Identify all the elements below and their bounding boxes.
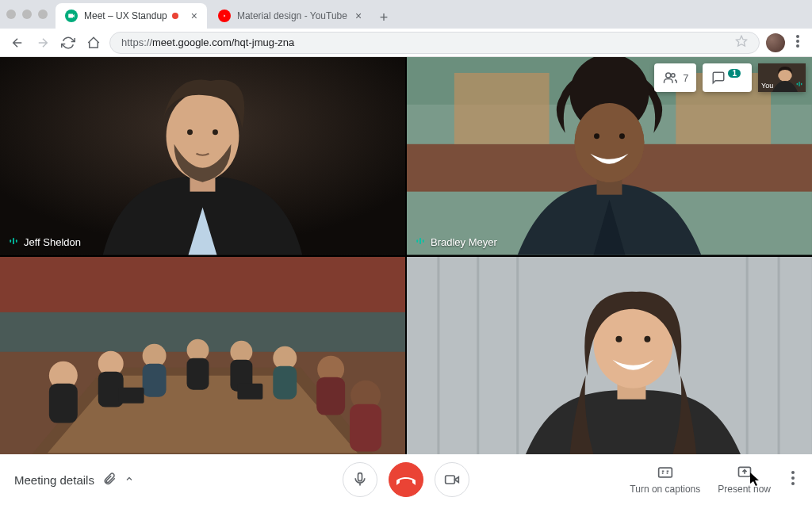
svg-point-7 — [167, 92, 239, 181]
self-label: You — [761, 82, 773, 90]
meet-favicon-icon — [65, 10, 78, 22]
chat-button[interactable]: 1 — [703, 63, 752, 92]
participant-video — [407, 257, 812, 455]
new-tab-button[interactable]: + — [373, 6, 395, 29]
speaking-indicator-icon — [415, 235, 426, 249]
speaking-indicator-icon — [8, 235, 19, 249]
svg-point-21 — [575, 103, 645, 182]
chat-icon — [710, 71, 726, 85]
camera-icon — [444, 472, 460, 488]
captions-button[interactable]: Turn on captions — [630, 465, 700, 495]
svg-rect-25 — [419, 237, 421, 243]
chevron-up-icon — [124, 473, 134, 486]
toggle-camera-button[interactable] — [435, 462, 469, 497]
nav-back-button[interactable] — [8, 33, 27, 52]
svg-rect-70 — [658, 468, 672, 477]
svg-rect-48 — [119, 387, 144, 403]
mouse-cursor-icon — [750, 472, 761, 489]
people-icon — [662, 71, 678, 85]
url-text: meet.google.com/hqt-jmug-zna — [152, 36, 294, 48]
tab-meet[interactable]: Meet – UX Standup × — [56, 3, 207, 29]
participant-video — [0, 257, 405, 455]
recording-indicator-icon — [172, 13, 178, 19]
participant-tile[interactable] — [407, 257, 812, 455]
svg-rect-10 — [10, 239, 11, 243]
self-speaking-icon — [795, 80, 803, 90]
svg-rect-24 — [416, 239, 418, 243]
tab-title: Meet – UX Standup — [84, 10, 167, 21]
svg-point-38 — [187, 339, 209, 361]
participant-tile[interactable]: Jeff Sheldon — [0, 57, 405, 255]
browser-toolbar: https://meet.google.com/hqt-jmug-zna — [0, 29, 812, 57]
participant-name-label: Bradley Meyer — [415, 235, 497, 249]
tab-youtube[interactable]: Material design - YouTube × — [209, 3, 371, 29]
traffic-minimize[interactable] — [22, 10, 32, 19]
svg-rect-33 — [49, 383, 78, 423]
bottom-right-actions: Turn on captions Present now — [630, 465, 798, 495]
chat-unread-badge: 1 — [728, 69, 741, 78]
svg-point-3 — [796, 44, 799, 48]
captions-icon — [657, 465, 674, 480]
svg-rect-47 — [350, 404, 381, 451]
svg-point-60 — [666, 73, 671, 78]
svg-point-9 — [213, 129, 218, 135]
participant-video — [0, 57, 405, 255]
participant-tile[interactable] — [0, 257, 405, 455]
meeting-details-button[interactable]: Meeting details — [14, 472, 134, 488]
svg-rect-39 — [187, 358, 209, 389]
svg-point-22 — [594, 133, 599, 139]
attachment-icon — [102, 472, 117, 488]
bookmark-star-icon[interactable] — [735, 35, 748, 50]
svg-rect-67 — [358, 473, 362, 481]
participants-count: 7 — [683, 72, 688, 84]
browser-tab-strip: Meet – UX Standup × Material design - Yo… — [0, 0, 812, 29]
top-right-controls: 7 1 You — [654, 63, 806, 92]
bottom-bar: Meeting details Turn on captions Present… — [0, 454, 812, 505]
svg-rect-65 — [799, 82, 799, 86]
svg-rect-16 — [454, 73, 550, 144]
url-scheme: https:// — [121, 36, 152, 48]
svg-point-8 — [187, 129, 193, 135]
svg-point-61 — [672, 74, 676, 78]
microphone-icon — [352, 472, 368, 488]
svg-rect-68 — [446, 476, 455, 484]
traffic-close[interactable] — [6, 10, 16, 19]
svg-rect-26 — [423, 239, 424, 243]
nav-reload-button[interactable] — [59, 33, 78, 52]
svg-rect-45 — [316, 377, 345, 415]
participant-name-label: Jeff Sheldon — [8, 235, 81, 249]
svg-point-23 — [619, 133, 625, 139]
profile-avatar[interactable] — [766, 33, 785, 52]
svg-rect-66 — [801, 83, 802, 86]
self-view-thumbnail[interactable]: You — [758, 63, 806, 92]
nav-forward-button[interactable] — [33, 33, 52, 52]
hangup-icon — [396, 470, 416, 489]
present-button[interactable]: Present now — [718, 465, 771, 495]
svg-rect-11 — [13, 237, 14, 243]
svg-point-72 — [791, 471, 795, 474]
svg-rect-43 — [273, 365, 297, 399]
svg-rect-12 — [16, 239, 17, 243]
nav-home-button[interactable] — [84, 33, 103, 52]
tab-title: Material design - YouTube — [237, 10, 347, 21]
svg-point-2 — [796, 40, 799, 43]
traffic-zoom[interactable] — [38, 10, 48, 19]
svg-rect-49 — [237, 383, 262, 399]
window-traffic-lights — [6, 10, 48, 19]
more-options-button[interactable] — [788, 471, 798, 488]
svg-point-1 — [796, 35, 799, 38]
tab-close-button[interactable]: × — [355, 10, 362, 22]
svg-rect-37 — [143, 363, 167, 396]
svg-point-40 — [230, 340, 252, 362]
svg-point-59 — [644, 335, 650, 342]
video-grid: Jeff Sheldon Br — [0, 57, 812, 454]
address-bar[interactable]: https://meet.google.com/hqt-jmug-zna — [109, 32, 760, 54]
svg-point-58 — [615, 335, 622, 342]
participants-button[interactable]: 7 — [654, 63, 696, 92]
browser-menu-button[interactable] — [791, 35, 804, 51]
svg-rect-64 — [797, 83, 798, 86]
tab-close-button[interactable]: × — [191, 10, 197, 22]
svg-point-73 — [791, 476, 795, 480]
mute-mic-button[interactable] — [343, 462, 377, 497]
leave-call-button[interactable] — [389, 462, 423, 497]
